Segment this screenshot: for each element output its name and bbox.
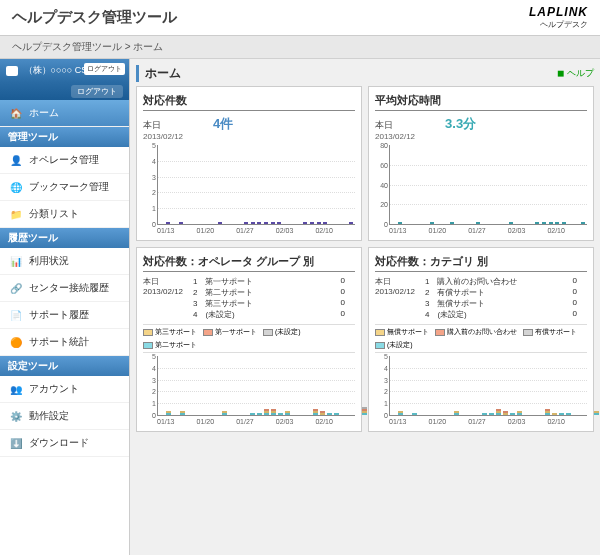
nav-support-stat[interactable]: 🟠サポート統計 xyxy=(0,329,129,356)
nav-home[interactable]: 🏠 ホーム xyxy=(0,100,129,127)
header: ヘルプデスク管理ツール LAPLINK ヘルプデスク xyxy=(0,0,600,36)
nav-section-settings: 設定ツール xyxy=(0,356,129,376)
breadcrumb: ヘルプデスク管理ツール > ホーム xyxy=(0,36,600,59)
logout-badge[interactable]: ログアウト xyxy=(84,63,125,75)
panel-group: 対応件数：オペレータ グループ 別 本日 2013/02/12 1 第一サポート… xyxy=(136,247,362,432)
chart-group: 012345 xyxy=(157,356,355,416)
content: ホーム ◼ ヘルプ 対応件数 本日 2013/02/12 4件 012345 0… xyxy=(130,59,600,555)
avg-value: 3.3分 xyxy=(445,115,476,133)
gear-icon: ⚙️ xyxy=(8,408,24,424)
panel-avg-time: 平均対応時間 本日 2013/02/12 3.3分 020406080 01/1… xyxy=(368,86,594,241)
nav-usage[interactable]: 📊利用状況 xyxy=(0,248,129,275)
monitor-icon xyxy=(6,66,18,76)
globe-icon: 🌐 xyxy=(8,179,24,195)
history-icon: 📄 xyxy=(8,307,24,323)
logout-row: ログアウト xyxy=(0,82,129,100)
nav-download[interactable]: ⬇️ダウンロード xyxy=(0,430,129,457)
nav-bookmark[interactable]: 🌐ブックマーク管理 xyxy=(0,174,129,201)
operator-icon: 👤 xyxy=(8,152,24,168)
account-icon: 👥 xyxy=(8,381,24,397)
user-box: （株）○○○○ CS部門 様 ログアウト xyxy=(0,59,129,82)
app-title: ヘルプデスク管理ツール xyxy=(12,8,177,27)
panel-title: 対応件数 xyxy=(143,93,355,111)
nav-account[interactable]: 👥アカウント xyxy=(0,376,129,403)
nav-center[interactable]: 🔗センター接続履歴 xyxy=(0,275,129,302)
page-title-row: ホーム ◼ ヘルプ xyxy=(136,65,594,82)
nav-behavior[interactable]: ⚙️動作設定 xyxy=(0,403,129,430)
logo-sub: ヘルプデスク xyxy=(529,19,588,30)
piechart-icon: 🟠 xyxy=(8,334,24,350)
folder-icon: 📁 xyxy=(8,206,24,222)
count-value: 4件 xyxy=(213,115,233,133)
nav-category[interactable]: 📁分類リスト xyxy=(0,201,129,228)
panels: 対応件数 本日 2013/02/12 4件 012345 01/1301/200… xyxy=(136,86,594,432)
connection-icon: 🔗 xyxy=(8,280,24,296)
page-title: ホーム xyxy=(136,65,181,82)
nav-support-history[interactable]: 📄サポート履歴 xyxy=(0,302,129,329)
logout-button[interactable]: ログアウト xyxy=(71,85,123,98)
panel-count: 対応件数 本日 2013/02/12 4件 012345 01/1301/200… xyxy=(136,86,362,241)
nav-section-history: 履歴ツール xyxy=(0,228,129,248)
logo: LAPLINK ヘルプデスク xyxy=(529,5,588,30)
help-link[interactable]: ◼ ヘルプ xyxy=(557,67,594,80)
logo-main: LAPLINK xyxy=(529,5,588,19)
nav-section-manage: 管理ツール xyxy=(0,127,129,147)
chart-avg: 020406080 xyxy=(389,145,587,225)
home-icon: 🏠 xyxy=(8,105,24,121)
chart-count: 012345 xyxy=(157,145,355,225)
chart-category: 012345 xyxy=(389,356,587,416)
download-icon: ⬇️ xyxy=(8,435,24,451)
nav-operator[interactable]: 👤オペレータ管理 xyxy=(0,147,129,174)
sidebar: （株）○○○○ CS部門 様 ログアウト ログアウト 🏠 ホーム 管理ツール 👤… xyxy=(0,59,130,555)
main: （株）○○○○ CS部門 様 ログアウト ログアウト 🏠 ホーム 管理ツール 👤… xyxy=(0,59,600,555)
usage-icon: 📊 xyxy=(8,253,24,269)
panel-category: 対応件数：カテゴリ 別 本日 2013/02/12 1 購入前のお問い合わせ02… xyxy=(368,247,594,432)
